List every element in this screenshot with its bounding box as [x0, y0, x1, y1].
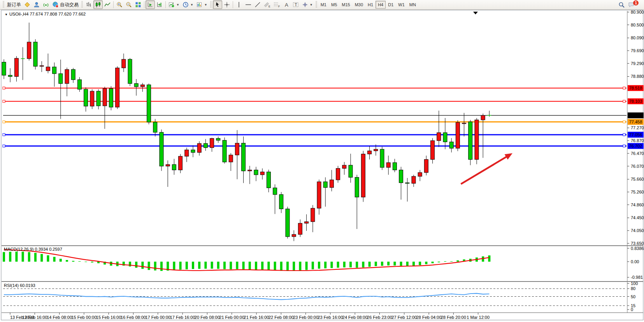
notifications-button[interactable]: 1	[626, 0, 642, 9]
candle-body	[2, 62, 6, 76]
macd-histogram-bar	[85, 262, 87, 262]
new-order-button[interactable]: 新订单	[5, 0, 23, 9]
profile-button[interactable]	[32, 0, 41, 9]
horizontal-line-button[interactable]	[244, 0, 253, 9]
macd-histogram-bar	[173, 262, 175, 270]
candle-body	[317, 182, 321, 208]
indicators-button[interactable]: ▼	[167, 0, 181, 9]
macd-histogram-bar	[129, 262, 131, 266]
zoom-in-button[interactable]	[115, 0, 124, 9]
candle-body	[216, 138, 220, 140]
macd-histogram-bar	[432, 262, 434, 263]
text-label-button[interactable]: T	[291, 0, 300, 9]
metaeditor-button[interactable]	[23, 0, 32, 9]
macd-histogram-bar	[286, 262, 289, 271]
tab-timeframe-m15[interactable]: M15	[339, 1, 352, 9]
candle-body	[431, 141, 435, 159]
tab-timeframe-d1[interactable]: D1	[386, 1, 396, 9]
candle-body	[242, 143, 246, 171]
equidistant-channel-button[interactable]: E	[262, 0, 272, 9]
macd-histogram-bar	[324, 262, 326, 268]
autotrading-button[interactable]: 自动交易	[51, 0, 80, 9]
chart-shift-marker-icon[interactable]	[473, 12, 478, 14]
chevron-down-icon: ▼	[310, 3, 313, 7]
text-button[interactable]: A	[282, 0, 291, 9]
crosshair-button[interactable]	[222, 0, 232, 9]
candle-body	[147, 85, 151, 122]
rsi-indicator-label: RSI(14) 60.0193	[4, 283, 35, 288]
search-button[interactable]	[617, 0, 626, 9]
candle-body	[330, 180, 333, 188]
signal-button[interactable]	[41, 0, 51, 9]
time-tick-label: 28 Feb 20:00	[441, 315, 466, 320]
signal-icon	[43, 2, 49, 8]
symbol-dropdown-icon[interactable]: ▼	[5, 13, 8, 16]
macd-histogram-bar	[369, 262, 371, 267]
fibonacci-button[interactable]: F	[272, 0, 282, 9]
periods-button[interactable]: ▼	[181, 0, 195, 9]
macd-histogram-bar	[456, 260, 459, 262]
level-anchor-left[interactable]	[3, 87, 5, 89]
candle-body	[437, 133, 441, 141]
macd-histogram-bar	[337, 262, 339, 268]
price-tick-label: 76.470	[631, 151, 644, 156]
trend-arrow-line[interactable]	[461, 157, 507, 184]
price-tick-label: 80.900	[631, 10, 644, 14]
chart-shift-button[interactable]	[155, 0, 164, 9]
level-anchor-right[interactable]	[623, 87, 625, 89]
tab-timeframe-w1[interactable]: W1	[396, 1, 407, 9]
time-tick-label: 23 Feb 00:00	[293, 315, 318, 320]
tab-timeframe-h1[interactable]: H1	[365, 1, 376, 9]
cursor-button[interactable]	[213, 0, 222, 9]
templates-button[interactable]: ▼	[195, 0, 209, 9]
zoom-out-button[interactable]	[124, 0, 133, 9]
tile-windows-button[interactable]	[133, 0, 143, 9]
tab-timeframe-m1[interactable]: M1	[318, 1, 329, 9]
candle-body	[191, 150, 195, 153]
price-tick-label: 76.870	[631, 138, 644, 143]
level-anchor-right[interactable]	[623, 100, 625, 102]
level-anchor-left[interactable]	[3, 100, 5, 102]
bar-chart-button[interactable]	[84, 0, 93, 9]
level-anchor-left[interactable]	[3, 145, 5, 147]
auto-scroll-button[interactable]	[146, 0, 155, 9]
toolbar-grip	[3, 1, 4, 8]
level-anchor-left[interactable]	[3, 134, 5, 136]
macd-histogram-bar	[381, 262, 383, 266]
tab-timeframe-mn[interactable]: MN	[407, 1, 418, 9]
macd-histogram-bar	[135, 262, 137, 268]
macd-histogram-bar	[236, 262, 238, 269]
candle-body	[77, 80, 81, 90]
macd-histogram-bar	[425, 262, 427, 264]
candle-body	[210, 138, 214, 148]
level-anchor-right[interactable]	[623, 121, 625, 123]
macd-histogram-bar	[160, 262, 163, 271]
tab-timeframe-m30[interactable]: M30	[353, 1, 365, 9]
chart-canvas[interactable]: 80.90080.50080.09079.69079.29078.88077.2…	[0, 0, 644, 322]
candle-body	[197, 144, 201, 153]
price-tick-label: 76.070	[631, 164, 644, 169]
tab-timeframe-h4[interactable]: H4	[376, 1, 386, 9]
macd-histogram-bar	[223, 262, 226, 269]
level-anchor-right[interactable]	[623, 145, 625, 147]
candle-body	[46, 67, 50, 71]
line-chart-button[interactable]	[103, 0, 112, 9]
time-tick-label: 27 Feb 12:00	[391, 315, 417, 320]
toolbar-separator	[113, 1, 114, 8]
level-anchor-right[interactable]	[623, 134, 625, 136]
macd-histogram-bar	[375, 262, 377, 266]
trendline-button[interactable]	[253, 0, 262, 9]
arrows-button[interactable]: ▼	[300, 0, 314, 9]
time-tick-label: 26 Feb 23:00	[367, 315, 392, 320]
time-tick-label: 17 Feb 00:00	[145, 315, 170, 320]
macd-histogram-bar	[419, 262, 421, 265]
tab-timeframe-m5[interactable]: M5	[329, 1, 339, 9]
candle-body	[374, 149, 378, 151]
candle-body	[412, 176, 416, 183]
candle-body	[204, 144, 207, 148]
autotrading-label: 自动交易	[60, 2, 79, 8]
candlestick-chart-button[interactable]	[93, 0, 103, 9]
vertical-line-button[interactable]	[234, 0, 244, 9]
level-anchor-left[interactable]	[3, 121, 5, 123]
price-tick-label: 75.260	[631, 190, 644, 194]
